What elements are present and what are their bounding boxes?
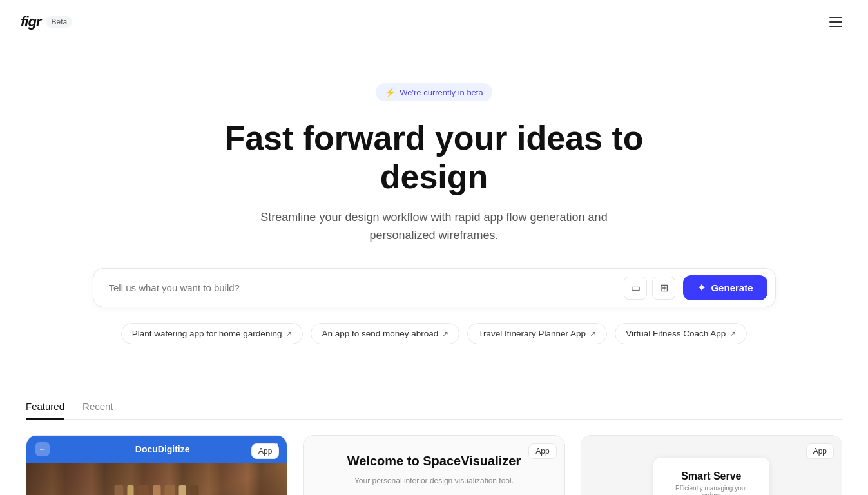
cards-grid: ← DocuDigitize <box>0 435 868 495</box>
chip-arrow-3: ↗ <box>590 329 596 338</box>
tabs-row: Featured Recent <box>26 401 842 420</box>
logo-area: figr Beta <box>21 14 72 30</box>
tab-recent[interactable]: Recent <box>82 401 113 420</box>
search-icon-group: ▭ ⊞ <box>624 277 675 300</box>
chip-label-1: Plant watering app for home gardening <box>132 329 282 338</box>
card-smart-subtitle: Efficiently managing your orders <box>666 485 757 495</box>
grid-view-button[interactable]: ⊞ <box>652 277 675 300</box>
bolt-icon: ⚡ <box>385 87 396 97</box>
suggestion-chip-3[interactable]: Travel Itinerary Planner App ↗ <box>467 323 607 344</box>
card-smart-badge: App <box>806 443 834 459</box>
generate-spark-icon: ✦ <box>697 282 706 294</box>
beta-pill: ⚡ We're currently in beta <box>376 83 492 101</box>
card-space-badge: App <box>528 443 556 459</box>
card-docu-inner: ← DocuDigitize <box>26 436 287 495</box>
hero-section: ⚡ We're currently in beta Fast forward y… <box>0 44 868 401</box>
logo: figr <box>21 14 41 30</box>
grid-icon: ⊞ <box>660 282 668 294</box>
card-smart-serve[interactable]: Smart Serve Efficiently managing your or… <box>581 435 842 495</box>
tab-featured[interactable]: Featured <box>26 401 64 420</box>
mobile-view-button[interactable]: ▭ <box>624 277 647 300</box>
card-docu-badge: App <box>251 443 279 459</box>
card-space-subtitle: Your personal interior design visualizat… <box>354 475 514 487</box>
card-space-inner: Welcome to SpaceVisualizer Your personal… <box>304 436 564 495</box>
beta-badge: Beta <box>46 16 72 28</box>
chip-label-2: An app to send money abroad <box>322 329 438 338</box>
chip-label-4: Virtual Fitness Coach App <box>626 329 726 338</box>
tabs-section: Featured Recent <box>0 401 868 420</box>
card-docu-title: DocuDigitize <box>135 444 190 454</box>
card-smart-content: Smart Serve Efficiently managing your or… <box>653 458 769 495</box>
menu-button[interactable] <box>824 10 847 34</box>
chip-label-3: Travel Itinerary Planner App <box>478 329 586 338</box>
chip-arrow-4: ↗ <box>729 329 736 338</box>
hero-subtitle: Streamline your design workflow with rap… <box>235 208 634 246</box>
suggestions-row: Plant watering app for home gardening ↗ … <box>121 323 747 344</box>
search-input[interactable] <box>109 282 617 293</box>
chip-arrow-1: ↗ <box>285 329 292 338</box>
card-smart-inner: Smart Serve Efficiently managing your or… <box>581 436 842 495</box>
card-docu-digitize[interactable]: ← DocuDigitize <box>26 435 287 495</box>
menu-line-2 <box>829 21 842 23</box>
generate-label: Generate <box>711 282 753 293</box>
header: figr Beta <box>0 0 868 44</box>
card-space-visualizer[interactable]: Welcome to SpaceVisualizer Your personal… <box>303 435 564 495</box>
menu-line-1 <box>829 17 842 18</box>
generate-button[interactable]: ✦ Generate <box>683 275 767 300</box>
card-docu-image: PY <box>26 463 287 495</box>
card-space-title: Welcome to SpaceVisualizer <box>347 454 521 469</box>
back-button[interactable]: ← <box>35 442 50 456</box>
menu-line-3 <box>829 26 842 27</box>
card-docu-topbar: ← DocuDigitize <box>26 436 287 463</box>
card-smart-title: Smart Serve <box>666 471 757 482</box>
book-spines <box>115 485 199 495</box>
hero-title: Fast forward your ideas to design <box>202 119 666 197</box>
chip-arrow-2: ↗ <box>442 329 448 338</box>
mobile-icon: ▭ <box>631 282 641 294</box>
suggestion-chip-4[interactable]: Virtual Fitness Coach App ↗ <box>615 323 747 344</box>
beta-pill-text: We're currently in beta <box>400 88 483 97</box>
search-bar: ▭ ⊞ ✦ Generate <box>93 268 776 307</box>
suggestion-chip-1[interactable]: Plant watering app for home gardening ↗ <box>121 323 304 344</box>
suggestion-chip-2[interactable]: An app to send money abroad ↗ <box>311 323 459 344</box>
